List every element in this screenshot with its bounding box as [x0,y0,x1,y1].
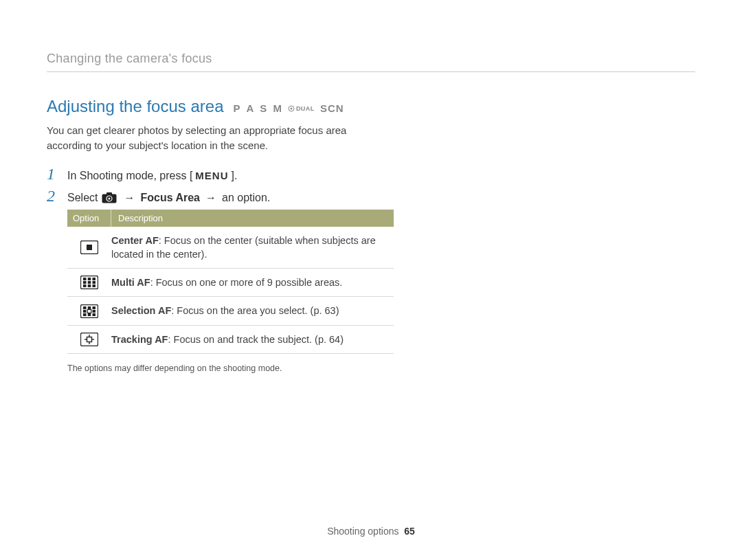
table-note: The options may differ depending on the … [67,363,695,373]
svg-rect-17 [93,284,96,287]
table-row: Selection AF: Focus on the area you sele… [67,297,394,325]
tracking-af-icon [67,333,111,346]
step2-pre: Select [67,192,98,204]
option-desc: : Focus on one or more of 9 possible are… [150,277,343,288]
option-desc: : Focus on the area you select. (p. 63) [171,305,339,316]
page-heading: Adjusting the focus area [47,97,224,116]
mode-dual: DUAL [288,105,315,112]
selection-af-icon [67,304,111,317]
dual-lens-icon [288,105,295,112]
td-desc: Multi AF: Focus on one or more of 9 poss… [111,276,394,289]
intro-text: You can get clearer photos by selecting … [47,123,370,153]
step2-post: an option. [222,192,270,204]
table-row: Multi AF: Focus on one or more of 9 poss… [67,269,394,297]
svg-rect-13 [88,281,91,284]
mode-scn: SCN [320,102,344,114]
step-2: 2 Select → Focus Area → an option. [47,188,376,204]
mode-a: A [247,102,255,114]
option-name: Center AF [111,235,159,246]
svg-rect-29 [87,337,92,341]
page-number: 65 [404,526,415,537]
step-number: 2 [47,188,59,204]
step2-bold: Focus Area [140,192,200,204]
svg-rect-12 [83,281,87,284]
option-name: Tracking AF [111,334,168,345]
svg-rect-7 [87,245,92,250]
option-name: Selection AF [111,305,171,316]
table-row: Center AF: Focus on the center (suitable… [67,227,394,269]
th-option: Option [67,210,111,227]
svg-rect-22 [83,310,87,313]
footer-section: Shooting options [327,526,398,537]
option-desc: : Focus on and track the subject. (p. 64… [168,334,344,345]
svg-rect-23 [87,309,91,313]
camera-icon [102,192,117,203]
step1-post: ]. [232,170,238,182]
multi-af-icon [67,276,111,289]
table-row: Tracking AF: Focus on and track the subj… [67,326,394,354]
arrow-icon: → [121,192,137,204]
svg-rect-25 [83,313,87,316]
steps-list: 1 In Shooting mode, press [MENU]. 2 Sele… [47,166,376,204]
step1-pre: In Shooting mode, press [ [67,170,192,182]
svg-rect-24 [93,310,96,313]
td-desc: Selection AF: Focus on the area you sele… [111,304,394,317]
menu-key-label: MENU [195,170,228,181]
svg-rect-11 [93,278,96,280]
td-desc: Tracking AF: Focus on and track the subj… [111,333,394,346]
svg-rect-21 [93,306,96,309]
page-footer: Shooting options 65 [0,526,742,537]
svg-rect-20 [88,306,91,309]
svg-rect-15 [83,284,87,287]
table-header: Option Description [67,210,394,227]
mode-m: M [273,102,282,114]
svg-rect-26 [88,313,91,316]
center-af-icon [67,234,111,262]
svg-rect-14 [93,281,96,284]
svg-rect-9 [83,278,87,280]
option-name: Multi AF [111,277,150,288]
step-1: 1 In Shooting mode, press [MENU]. [47,166,376,182]
svg-point-1 [290,107,292,109]
arrow-icon: → [203,192,219,204]
svg-rect-19 [83,306,87,309]
heading-row: Adjusting the focus area P A S M DUAL SC… [47,97,695,116]
options-table: Option Description Center AF: Focus on t… [67,210,394,354]
td-desc: Center AF: Focus on the center (suitable… [111,234,394,262]
th-description: Description [111,210,394,227]
svg-rect-3 [106,192,112,195]
mode-p: P [234,102,241,114]
mode-indicators: P A S M DUAL SCN [234,102,344,114]
svg-rect-16 [88,284,91,287]
breadcrumb: Changing the camera's focus [47,52,695,72]
svg-rect-10 [88,278,91,280]
step-number: 1 [47,166,59,182]
svg-rect-27 [93,313,96,316]
mode-dual-label: DUAL [296,105,315,112]
mode-s: S [260,102,267,114]
svg-point-5 [109,197,111,199]
